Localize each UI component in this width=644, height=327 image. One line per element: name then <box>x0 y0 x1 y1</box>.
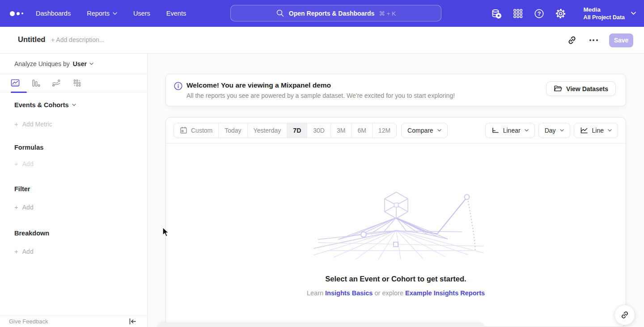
flows-icon <box>52 79 61 88</box>
calendar-icon <box>180 126 187 134</box>
report-canvas: Custom Today Yesterday 7D 30D 3M 6M 12M … <box>165 117 626 327</box>
search-placeholder: Open Reports & Dashboards <box>289 10 374 17</box>
formulas-section: Formulas <box>0 144 147 151</box>
view-datasets-button[interactable]: View Datasets <box>546 81 616 96</box>
report-header: Untitled + Add description... Save <box>0 27 644 54</box>
range-6m[interactable]: 6M <box>352 123 372 138</box>
nav-item-reports[interactable]: Reports <box>87 10 117 17</box>
collapse-sidebar-icon[interactable] <box>127 315 138 327</box>
retention-dots-icon <box>73 79 81 88</box>
chevron-down-icon <box>560 129 564 132</box>
empty-state-links: Learn Insights Basics or explore Example… <box>166 289 626 297</box>
chart-controls-row: Custom Today Yesterday 7D 30D 3M 6M 12M … <box>166 117 626 143</box>
chevron-down-icon <box>113 12 117 15</box>
plus-icon: + <box>14 120 18 128</box>
insights-line-chart-icon <box>11 79 20 88</box>
range-custom[interactable]: Custom <box>174 123 219 138</box>
tab-funnels[interactable] <box>31 79 40 88</box>
welcome-banner: Welcome! You are viewing a Mixpanel demo… <box>165 74 626 106</box>
empty-state-illustration <box>314 189 483 260</box>
range-yesterday[interactable]: Yesterday <box>248 123 288 138</box>
help-icon[interactable]: ? <box>534 8 545 19</box>
funnels-bars-icon <box>32 79 40 88</box>
compare-dropdown[interactable]: Compare <box>401 123 448 138</box>
tab-flows[interactable] <box>52 79 61 88</box>
info-icon <box>174 82 182 92</box>
results-panel-top-edge <box>157 323 484 327</box>
share-link-fab[interactable] <box>614 305 635 325</box>
nav-item-dashboards[interactable]: Dashboards <box>36 10 71 17</box>
range-30d[interactable]: 30D <box>307 123 331 138</box>
search-shortcut: ⌘ + K <box>379 10 396 17</box>
chevron-down-icon <box>437 129 441 132</box>
chevron-down-icon <box>72 104 76 106</box>
sidebar-footer: Give Feedback <box>0 315 147 327</box>
add-breakdown-button[interactable]: + Add <box>0 247 147 255</box>
banner-subtitle: All the reports you see are powered by a… <box>186 92 455 99</box>
save-button[interactable]: Save <box>609 34 633 47</box>
range-12m[interactable]: 12M <box>373 123 396 138</box>
chevron-down-icon <box>631 12 636 15</box>
global-search[interactable]: Open Reports & Dashboards ⌘ + K <box>230 5 441 21</box>
events-cohorts-section[interactable]: Events & Cohorts <box>0 101 147 109</box>
plus-icon: + <box>14 203 18 211</box>
header-actions: Save <box>566 27 633 54</box>
search-icon <box>276 9 284 17</box>
top-navigation-bar: Dashboards Reports Users Events Open Rep… <box>0 0 644 27</box>
project-scope: All Project Data <box>584 14 625 21</box>
chevron-down-icon <box>608 129 612 132</box>
example-reports-link[interactable]: Example Insights Reports <box>405 289 485 297</box>
apps-grid-icon[interactable] <box>512 8 524 19</box>
range-7d[interactable]: 7D <box>287 123 307 138</box>
range-3m[interactable]: 3M <box>331 123 352 138</box>
report-type-tabs <box>0 74 147 92</box>
line-chart-icon <box>580 127 588 134</box>
query-builder-sidebar: Analyze Uniques by User <box>0 54 148 327</box>
scale-dropdown[interactable]: Linear <box>485 123 535 138</box>
copy-link-icon[interactable] <box>566 34 578 46</box>
chevron-down-icon <box>89 63 93 65</box>
add-filter-button[interactable]: + Add <box>0 203 147 211</box>
add-formula-button[interactable]: + Add <box>0 160 147 168</box>
analyze-row: Analyze Uniques by User <box>0 54 147 74</box>
nav-item-events[interactable]: Events <box>166 10 186 17</box>
linear-axis-icon <box>491 127 499 134</box>
tab-retention[interactable] <box>72 79 81 88</box>
report-title[interactable]: Untitled <box>18 35 45 44</box>
data-management-icon[interactable] <box>491 8 502 19</box>
folder-icon <box>554 85 562 92</box>
range-today[interactable]: Today <box>219 123 247 138</box>
selected-tab-indicator <box>11 92 27 93</box>
chart-display-controls: Linear Day Line <box>485 123 618 138</box>
chart-type-dropdown[interactable]: Line <box>574 123 618 138</box>
empty-state-title: Select an Event or Cohort to get started… <box>166 275 626 283</box>
primary-nav: Dashboards Reports Users Events <box>36 0 186 27</box>
nav-item-users[interactable]: Users <box>133 10 150 17</box>
breakdown-section: Breakdown <box>0 230 147 237</box>
interval-dropdown[interactable]: Day <box>538 123 570 138</box>
plus-icon: + <box>14 160 18 168</box>
analyze-label: Analyze Uniques by <box>14 60 70 67</box>
give-feedback-link[interactable]: Give Feedback <box>9 318 48 325</box>
project-selector[interactable]: Media All Project Data <box>584 6 636 21</box>
insights-basics-link[interactable]: Insights Basics <box>325 289 373 297</box>
settings-gear-icon[interactable] <box>555 8 567 19</box>
add-description-field[interactable]: + Add description... <box>51 36 104 43</box>
svg-text:?: ? <box>538 11 541 17</box>
more-options-icon[interactable] <box>588 34 599 46</box>
tab-insights[interactable] <box>11 79 20 88</box>
date-range-control: Custom Today Yesterday 7D 30D 3M 6M 12M <box>174 123 397 138</box>
nav-right-group: ? Media All Project Data <box>491 0 636 27</box>
chevron-down-icon <box>525 129 529 132</box>
banner-title: Welcome! You are viewing a Mixpanel demo <box>186 81 331 89</box>
plus-icon: + <box>14 247 18 255</box>
filter-section: Filter <box>0 185 147 193</box>
add-metric-button[interactable]: + Add Metric <box>0 120 147 128</box>
mixpanel-logo[interactable] <box>10 0 23 27</box>
link-icon <box>620 310 629 319</box>
analyze-by-dropdown[interactable]: User <box>73 60 93 67</box>
project-name: Media <box>584 6 625 14</box>
